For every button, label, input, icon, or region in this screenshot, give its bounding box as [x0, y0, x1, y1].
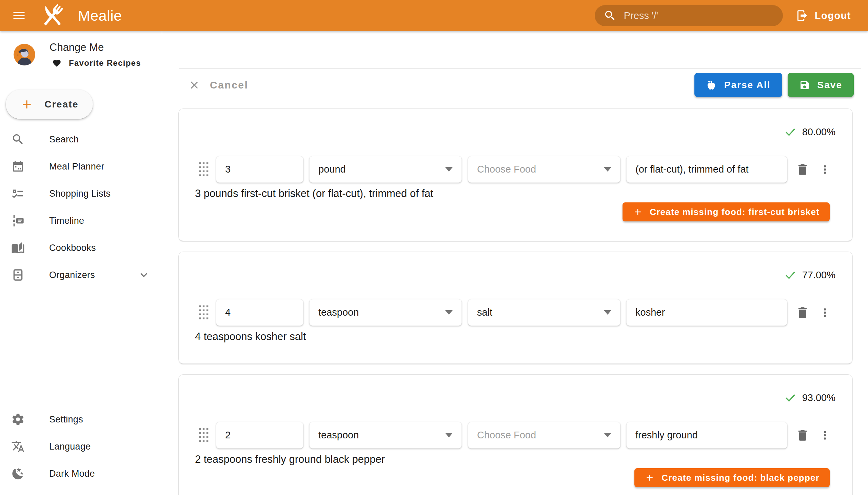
logout-button[interactable]: Logout	[796, 9, 851, 22]
ingredient-fields: teaspoon Choose Food	[179, 422, 852, 448]
confidence-row: 80.00%	[179, 126, 852, 138]
avatar	[14, 44, 35, 65]
drag-handle-icon[interactable]	[197, 161, 210, 178]
sidebar-item-cookbooks[interactable]: Cookbooks	[0, 234, 162, 261]
delete-icon[interactable]	[796, 428, 810, 442]
app-title: Mealie	[78, 7, 122, 24]
plus-icon	[633, 207, 643, 217]
parse-all-button[interactable]: Parse All	[694, 73, 782, 97]
food-select[interactable]: salt	[468, 299, 620, 326]
confidence-value: 93.00%	[802, 392, 835, 404]
original-ingredient-text: 3 pounds first-cut brisket (or flat-cut)…	[179, 187, 852, 200]
sidebar-divider	[0, 78, 162, 78]
apple-icon	[706, 80, 717, 90]
menu-icon[interactable]	[12, 8, 27, 23]
note-input[interactable]	[626, 156, 787, 183]
cancel-button[interactable]: Cancel	[188, 79, 248, 91]
calendar-icon	[11, 160, 25, 173]
confidence-value: 80.00%	[802, 126, 835, 138]
ingredient-card: 77.00% teaspoon salt	[178, 252, 853, 364]
sidebar-nav: Search Meal Planner Shopping Lists Timel…	[0, 126, 162, 289]
sidebar-item-dark-mode[interactable]: Dark Mode	[0, 460, 162, 487]
translate-icon	[11, 440, 25, 453]
check-icon	[784, 269, 797, 281]
dropdown-arrow-icon	[604, 167, 611, 172]
save-icon	[799, 80, 810, 90]
confidence-row: 77.00%	[179, 269, 852, 281]
quantity-input[interactable]	[216, 422, 304, 448]
confidence-row: 93.00%	[179, 392, 852, 404]
sidebar-item-timeline[interactable]: Timeline	[0, 207, 162, 234]
app-bar: Mealie Logout	[0, 0, 868, 31]
original-ingredient-text: 4 teaspoons kosher salt	[179, 330, 852, 343]
cabinet-icon	[11, 268, 25, 282]
sidebar-item-settings[interactable]: Settings	[0, 406, 162, 433]
ingredient-fields: pound Choose Food	[179, 156, 852, 183]
sidebar-bottom-nav: Settings Language Dark Mode	[0, 406, 162, 495]
dropdown-arrow-icon	[445, 167, 453, 172]
dropdown-arrow-icon	[445, 433, 453, 437]
sidebar-item-organizers[interactable]: Organizers	[0, 261, 162, 289]
sidebar: Change Me Favorite Recipes Create Search…	[0, 31, 162, 495]
favorite-recipes-link[interactable]: Favorite Recipes	[52, 58, 141, 68]
unit-select[interactable]: teaspoon	[309, 422, 462, 448]
book-open-icon	[11, 241, 25, 255]
moon-icon	[11, 467, 25, 480]
kebab-menu-icon[interactable]	[818, 429, 831, 442]
check-icon	[784, 391, 797, 404]
heart-icon	[52, 59, 62, 68]
food-select[interactable]: Choose Food	[468, 156, 620, 183]
ingredient-card: 93.00% teaspoon Choose Food	[178, 374, 853, 495]
search-input[interactable]	[624, 10, 774, 21]
ingredient-fields: teaspoon salt	[179, 299, 852, 326]
create-button[interactable]: Create	[6, 89, 93, 119]
mealie-logo-icon	[39, 2, 66, 29]
delete-icon[interactable]	[796, 163, 810, 177]
plus-icon	[20, 98, 34, 111]
close-icon	[188, 79, 200, 91]
checklist-icon	[11, 187, 25, 200]
gear-icon	[11, 413, 25, 426]
main-content: Cancel Parse All Save 80.00%	[162, 31, 868, 495]
content-top-divider	[179, 68, 861, 69]
logout-icon	[796, 9, 809, 22]
drag-handle-icon[interactable]	[197, 304, 210, 321]
note-input[interactable]	[626, 422, 787, 448]
check-icon	[784, 125, 797, 138]
delete-icon[interactable]	[796, 306, 810, 320]
unit-select[interactable]: pound	[309, 156, 462, 183]
sidebar-item-language[interactable]: Language	[0, 433, 162, 460]
sidebar-item-meal-planner[interactable]: Meal Planner	[0, 153, 162, 180]
sidebar-item-search[interactable]: Search	[0, 126, 162, 153]
plus-icon	[645, 473, 655, 483]
note-input[interactable]	[626, 299, 787, 326]
dropdown-arrow-icon	[604, 310, 611, 314]
quantity-input[interactable]	[216, 299, 304, 326]
food-select[interactable]: Choose Food	[468, 422, 620, 448]
original-ingredient-text: 2 teaspoons freshly ground black pepper	[179, 453, 852, 466]
save-button[interactable]: Save	[788, 73, 854, 97]
chevron-down-icon[interactable]	[137, 268, 151, 282]
user-profile[interactable]: Change Me Favorite Recipes	[0, 31, 162, 78]
create-missing-food-button[interactable]: Create missing food: first-cut brisket	[623, 202, 830, 221]
kebab-menu-icon[interactable]	[818, 306, 831, 319]
kebab-menu-icon[interactable]	[818, 163, 831, 176]
unit-select[interactable]: teaspoon	[309, 299, 462, 326]
dropdown-arrow-icon	[604, 433, 611, 437]
timeline-icon	[11, 214, 25, 227]
ingredient-list: 80.00% pound Choose Food	[178, 108, 853, 495]
magnify-icon	[11, 133, 25, 146]
quantity-input[interactable]	[216, 156, 304, 183]
ingredient-card: 80.00% pound Choose Food	[178, 108, 853, 241]
user-name: Change Me	[50, 41, 141, 54]
parser-toolbar: Cancel Parse All Save	[162, 73, 868, 97]
search-icon	[603, 9, 616, 22]
dropdown-arrow-icon	[445, 310, 453, 314]
confidence-value: 77.00%	[802, 270, 835, 281]
sidebar-item-shopping-lists[interactable]: Shopping Lists	[0, 180, 162, 207]
global-search[interactable]	[595, 5, 783, 26]
drag-handle-icon[interactable]	[197, 427, 210, 444]
create-missing-food-button[interactable]: Create missing food: black pepper	[634, 468, 830, 487]
